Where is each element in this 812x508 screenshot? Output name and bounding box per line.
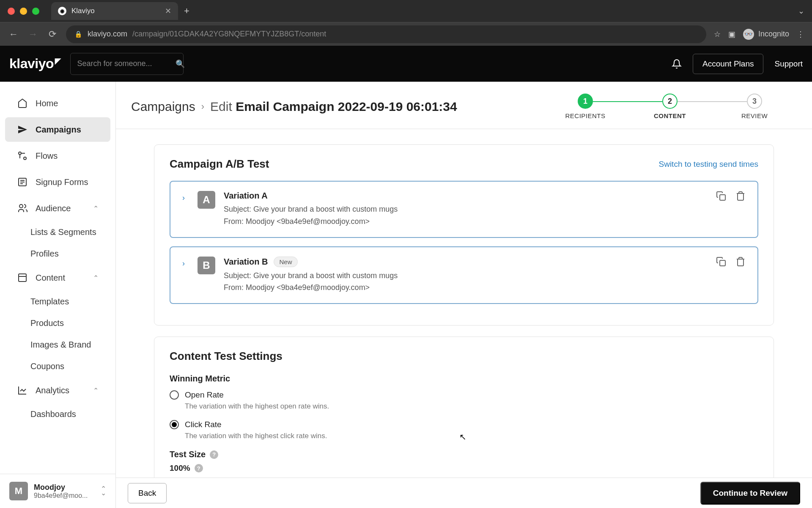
sidebar-sub-coupons[interactable]: Coupons — [0, 356, 115, 377]
back-button[interactable]: Back — [128, 483, 167, 503]
sidebar-sub-lists-segments[interactable]: Lists & Segments — [0, 221, 115, 243]
step-number: 1 — [578, 94, 593, 109]
sidebar-item-content[interactable]: Content ⌃ — [5, 265, 110, 290]
sidebar-sub-profiles[interactable]: Profiles — [0, 243, 115, 265]
account-plans-button[interactable]: Account Plans — [693, 54, 763, 74]
variation-title: Variation B — [224, 257, 268, 267]
sidebar-item-audience[interactable]: Audience ⌃ — [5, 196, 110, 221]
radio-description: The variation with the highest click rat… — [185, 432, 758, 440]
radio-icon[interactable] — [170, 390, 179, 400]
sidebar-sub-images-brand[interactable]: Images & Brand — [0, 334, 115, 356]
radio-label: Open Rate — [185, 390, 224, 400]
window-controls[interactable] — [8, 8, 39, 15]
tab-title: Klaviyo — [71, 7, 95, 15]
close-window-icon[interactable] — [8, 8, 15, 15]
sidebar-item-label: Flows — [36, 151, 58, 161]
step-recipients[interactable]: 1 RECIPIENTS — [543, 94, 628, 119]
star-icon[interactable]: ☆ — [714, 30, 721, 39]
sidebar-item-home[interactable]: Home — [5, 91, 110, 116]
test-settings-card: Content Test Settings Winning Metric Ope… — [154, 337, 774, 486]
step-content[interactable]: 2 CONTENT — [628, 94, 712, 119]
close-tab-icon[interactable]: ✕ — [165, 6, 171, 16]
kebab-menu-icon[interactable]: ⋮ — [797, 30, 804, 39]
copy-icon[interactable] — [716, 257, 726, 294]
radio-icon[interactable] — [170, 420, 179, 429]
breadcrumb-root[interactable]: Campaigns — [131, 99, 195, 114]
url-input[interactable]: 🔒 klaviyo.com/campaign/01GDAK4A2YG8NQEFM… — [66, 25, 706, 43]
abtest-card: Campaign A/B Test Switch to testing send… — [154, 144, 774, 326]
test-size-label: Test Size — [170, 450, 206, 459]
chevron-right-icon[interactable]: › — [182, 193, 189, 228]
chevron-down-icon: ⌃ — [93, 274, 99, 282]
send-icon — [17, 124, 28, 135]
page-header: Campaigns › Edit Email Campaign 2022-09-… — [116, 82, 812, 129]
card-title: Content Test Settings — [170, 350, 758, 363]
chevron-right-icon[interactable]: › — [182, 259, 189, 294]
panel-icon[interactable]: ▣ — [728, 30, 735, 39]
stepper: 1 RECIPIENTS 2 CONTENT 3 REVIEW — [543, 94, 797, 119]
page-title: Email Campaign 2022-09-19 06:01:34 — [236, 99, 457, 113]
radio-click-rate[interactable]: Click Rate — [170, 420, 758, 429]
radio-description: The variation with the highest open rate… — [185, 402, 758, 411]
chevron-down-icon: ⌃ — [93, 387, 99, 395]
sidebar-sub-products[interactable]: Products — [0, 312, 115, 334]
sidebar-item-flows[interactable]: Flows — [5, 144, 110, 168]
sidebar-item-label: Campaigns — [36, 125, 81, 135]
trash-icon[interactable] — [735, 257, 746, 294]
minimize-window-icon[interactable] — [20, 8, 27, 15]
favicon-icon: ◉ — [58, 7, 66, 15]
sidebar-item-signup-forms[interactable]: Signup Forms — [5, 170, 110, 194]
url-host: klaviyo.com — [88, 30, 127, 39]
avatar: M — [9, 482, 28, 500]
url-path: /campaign/01GDAK4A2YG8NQEFMYTYJZB8GT/con… — [132, 30, 326, 39]
variation-a[interactable]: › A Variation A Subject: Give your brand… — [170, 181, 758, 238]
switch-test-mode-link[interactable]: Switch to testing send times — [659, 160, 759, 169]
incognito-icon: 👓 — [743, 29, 754, 40]
sidebar-item-campaigns[interactable]: Campaigns — [5, 117, 110, 142]
reload-button[interactable]: ⟳ — [47, 29, 58, 40]
test-size-value: 100% — [170, 464, 190, 473]
account-switcher[interactable]: M Moodjoy 9ba4e9ef@moo... ⌃⌄ — [0, 474, 115, 508]
forms-icon — [17, 177, 28, 188]
sidebar: Home Campaigns Flows Signup Forms Audien… — [0, 82, 116, 508]
browser-chrome: ◉ Klaviyo ✕ + ⌄ ← → ⟳ 🔒 klaviyo.com/camp… — [0, 0, 812, 46]
sidebar-item-analytics[interactable]: Analytics ⌃ — [5, 378, 110, 403]
continue-button[interactable]: Continue to Review — [700, 482, 800, 505]
radio-open-rate[interactable]: Open Rate — [170, 390, 758, 400]
new-tab-button[interactable]: + — [184, 6, 189, 17]
chevron-down-icon: ⌃ — [93, 204, 99, 213]
new-badge: New — [274, 257, 297, 267]
search-input[interactable]: 🔍 — [70, 53, 184, 75]
support-link[interactable]: Support — [774, 59, 803, 69]
variation-b[interactable]: › B Variation B New Subject: Give your b… — [170, 246, 758, 304]
incognito-indicator[interactable]: 👓 Incognito — [743, 29, 789, 40]
sidebar-sub-dashboards[interactable]: Dashboards — [0, 403, 115, 425]
variation-title: Variation A — [224, 191, 268, 201]
search-field[interactable] — [77, 59, 176, 68]
svg-point-3 — [19, 204, 23, 208]
notifications-icon[interactable] — [672, 59, 682, 69]
sidebar-sub-templates[interactable]: Templates — [0, 291, 115, 312]
step-review[interactable]: 3 REVIEW — [712, 94, 797, 119]
help-icon[interactable]: ? — [210, 450, 218, 459]
search-icon[interactable]: 🔍 — [176, 59, 185, 69]
maximize-window-icon[interactable] — [32, 8, 39, 15]
trash-icon[interactable] — [735, 191, 746, 228]
help-icon[interactable]: ? — [195, 464, 203, 472]
app-header: klaviyo◤ 🔍 Account Plans Support — [0, 46, 812, 82]
incognito-label: Incognito — [758, 30, 789, 39]
back-button[interactable]: ← — [8, 29, 19, 40]
home-icon — [17, 98, 28, 109]
chevron-updown-icon: ⌃⌄ — [101, 487, 106, 495]
address-bar: ← → ⟳ 🔒 klaviyo.com/campaign/01GDAK4A2YG… — [0, 22, 812, 46]
step-number: 2 — [662, 94, 678, 109]
sidebar-item-label: Signup Forms — [36, 177, 88, 187]
variation-subject: Subject: Give your brand a boost with cu… — [224, 270, 708, 282]
tab-overflow-icon[interactable]: ⌄ — [798, 6, 804, 16]
logo[interactable]: klaviyo◤ — [9, 56, 61, 72]
logo-mark-icon: ◤ — [55, 56, 61, 66]
svg-point-0 — [19, 152, 21, 155]
browser-tab[interactable]: ◉ Klaviyo ✕ — [51, 2, 178, 20]
forward-button[interactable]: → — [27, 29, 39, 40]
copy-icon[interactable] — [716, 191, 726, 228]
